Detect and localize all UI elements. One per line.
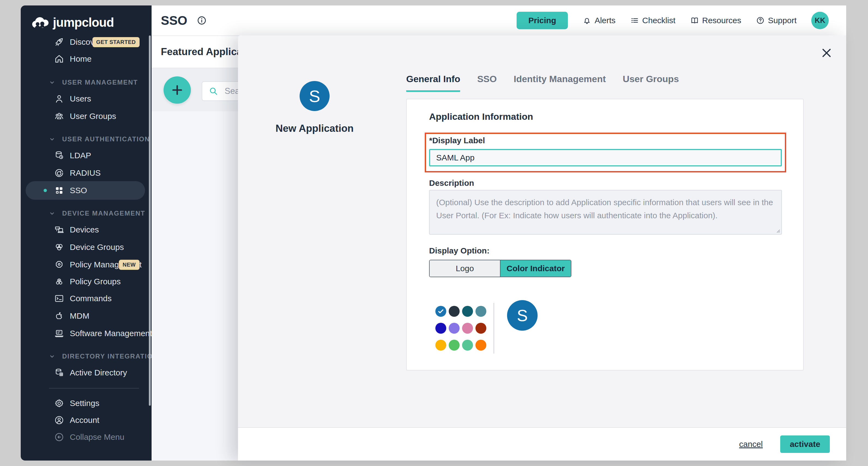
info-icon[interactable] [196,15,207,26]
chevron-down-icon [49,136,56,143]
color-swatch[interactable] [462,323,473,334]
sidebar-item-collapse-menu[interactable]: Collapse Menu [21,429,152,445]
support-link[interactable]: Support [756,16,797,25]
jumpcloud-logo[interactable]: jumpcloud [32,13,114,31]
color-swatch[interactable] [475,323,486,334]
bell-icon [583,16,591,25]
pricing-button[interactable]: Pricing [517,12,568,29]
sidebar-section-device-management[interactable]: DEVICE MANAGEMENT [21,205,152,222]
color-palette [435,306,486,351]
sidebar-item-commands[interactable]: Commands [21,290,152,307]
sidebar-item-account[interactable]: Account [21,412,152,428]
color-swatch[interactable] [462,306,473,317]
cancel-link[interactable]: cancel [739,440,763,449]
toggle-color-indicator-option[interactable]: Color Indicator [500,260,571,276]
tab-sso[interactable]: SSO [477,74,497,92]
sidebar-item-radius[interactable]: RADIUS [21,165,152,181]
logo-text: jumpcloud [53,15,114,30]
policy-groups-icon [53,276,65,287]
database-windows-icon [53,368,65,378]
rocket-icon [53,37,65,47]
alerts-link[interactable]: Alerts [583,16,616,25]
question-circle-icon [756,16,765,25]
display-option-toggle: Logo Color Indicator [429,260,571,277]
color-swatch[interactable] [475,340,486,351]
venn-icon [53,242,65,252]
application-information-card: Application Information *Display Label D… [406,99,804,371]
collapse-arrow-icon [53,432,65,442]
color-swatch[interactable] [475,306,486,317]
color-swatch[interactable] [435,323,446,334]
sidebar-item-mdm[interactable]: MDM [21,308,152,324]
user-icon [53,94,65,104]
user-avatar[interactable]: KK [811,12,829,29]
sidebar-item-user-groups[interactable]: User Groups [21,108,152,124]
close-icon[interactable] [819,46,834,60]
sidebar-item-policy-management[interactable]: Policy Management NEW [21,257,152,273]
card-heading: Application Information [429,111,533,122]
person-circle-icon [53,415,65,425]
chevron-down-icon [49,79,56,86]
apple-icon [53,311,65,321]
sidebar-item-sso[interactable]: SSO [21,182,152,199]
color-swatch[interactable] [462,340,473,351]
description-label: Description [429,178,474,188]
sidebar-section-user-authentication[interactable]: USER AUTHENTICATION [21,131,152,147]
devices-icon [53,225,65,235]
add-application-button[interactable] [163,77,191,104]
checklist-link[interactable]: Checklist [630,16,676,25]
color-preview-avatar: S [507,300,537,331]
terminal-icon [53,293,65,304]
description-textarea[interactable] [429,190,782,235]
header-actions: Pricing Alerts Checklist Resources Suppo… [517,12,829,29]
tab-general-info[interactable]: General Info [406,74,460,92]
book-icon [690,16,699,25]
page-title: SSO [161,13,187,28]
palette-divider [493,303,494,354]
chevron-down-icon [49,353,56,360]
color-swatch[interactable] [449,323,460,334]
color-swatch[interactable] [435,340,446,351]
main-content: SSO Pricing Alerts Checklist Resources [152,5,846,461]
sidebar-item-software-management[interactable]: Software Management [21,325,152,342]
sidebar-item-users[interactable]: Users [21,91,152,107]
sidebar-item-home[interactable]: Home [21,51,152,67]
policy-icon [53,259,65,270]
toggle-logo-option[interactable]: Logo [430,260,500,276]
sidebar: jumpcloud Discover GET STARTED Home USER… [21,5,152,461]
color-swatch[interactable] [449,306,460,317]
sidebar-item-discover[interactable]: Discover GET STARTED [21,34,152,50]
color-swatch[interactable] [449,340,460,351]
tab-user-groups[interactable]: User Groups [623,74,679,92]
sidebar-item-ldap[interactable]: LDAP [21,147,152,164]
top-header: SSO Pricing Alerts Checklist Resources [152,5,846,36]
sidebar-item-devices[interactable]: Devices [21,222,152,238]
grid-icon [53,185,65,196]
sidebar-item-policy-groups[interactable]: Policy Groups [21,273,152,290]
modal-footer: cancel activate [238,427,846,461]
sidebar-scrollbar[interactable] [149,35,151,406]
application-avatar: S [300,81,330,111]
tab-identity-management[interactable]: Identity Management [514,74,606,92]
color-swatch-selected[interactable] [435,306,446,317]
sidebar-item-active-directory[interactable]: Active Directory [21,365,152,381]
modal-tabs: General Info SSO Identity Management Use… [406,74,679,92]
application-name: New Application [246,123,383,134]
sidebar-divider [49,388,139,388]
database-clock-icon [53,150,65,161]
gear-icon [53,398,65,408]
sidebar-section-directory-integrations[interactable]: DIRECTORY INTEGRATIONS [21,348,152,365]
display-label-label: *Display Label [429,136,485,145]
display-label-input[interactable] [429,149,782,167]
radar-icon [53,168,65,178]
sidebar-section-user-management[interactable]: USER MANAGEMENT [21,74,152,91]
sidebar-item-device-groups[interactable]: Device Groups [21,239,152,255]
new-badge: NEW [119,260,140,270]
resources-link[interactable]: Resources [690,16,741,25]
cloud-logo-icon [32,17,49,28]
sidebar-item-settings[interactable]: Settings [21,395,152,411]
resize-handle-icon[interactable] [775,228,780,233]
checklist-icon [630,16,639,25]
activate-button[interactable]: activate [780,435,830,453]
plus-icon [170,83,184,97]
